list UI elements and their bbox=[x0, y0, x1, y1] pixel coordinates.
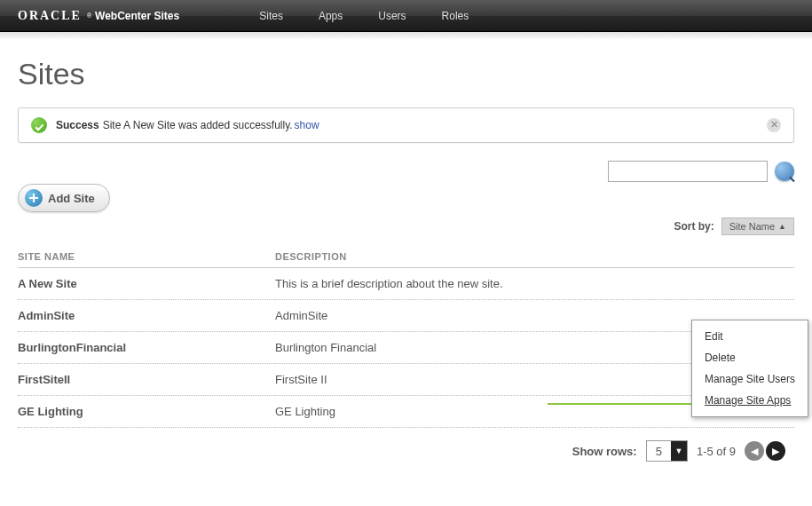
message-text: Site A New Site was added successfully. bbox=[103, 119, 293, 131]
site-name-cell[interactable]: A New Site bbox=[18, 268, 275, 300]
site-name-cell[interactable]: GE Lighting bbox=[18, 396, 275, 428]
top-nav: Sites Apps Users Roles bbox=[259, 10, 469, 22]
table-row[interactable]: A New Site This is a brief description a… bbox=[18, 268, 794, 300]
plus-icon bbox=[25, 189, 43, 207]
table-row[interactable]: FirstSiteII FirstSite II bbox=[18, 364, 794, 396]
message-close-icon[interactable]: ✕ bbox=[767, 118, 781, 132]
menu-manage-users[interactable]: Manage Site Users bbox=[701, 368, 799, 390]
top-bar: ORACLE ® WebCenter Sites Sites Apps User… bbox=[0, 0, 812, 32]
brand-product: WebCenter Sites bbox=[95, 10, 179, 22]
rows-value: 5 bbox=[647, 442, 671, 461]
col-description: DESCRIPTION bbox=[275, 246, 794, 268]
site-name-cell[interactable]: BurlingtonFinancial bbox=[18, 332, 275, 364]
menu-manage-apps[interactable]: Manage Site Apps bbox=[701, 390, 799, 411]
divider-band bbox=[0, 32, 812, 39]
table-row[interactable]: GE Lighting GE Lighting bbox=[18, 396, 794, 428]
search-icon[interactable] bbox=[775, 162, 794, 181]
pager-next-icon[interactable]: ▶ bbox=[766, 441, 785, 461]
site-name-cell[interactable]: FirstSiteII bbox=[18, 364, 275, 396]
table-row[interactable]: BurlingtonFinancial Burlington Financial bbox=[18, 332, 794, 364]
brand-reg: ® bbox=[87, 12, 91, 19]
site-desc-cell: This is a brief description about the ne… bbox=[275, 268, 794, 300]
brand-name: ORACLE bbox=[18, 9, 82, 23]
pager-label: Show rows: bbox=[572, 445, 637, 458]
sort-dropdown[interactable]: Site Name ▲ bbox=[721, 217, 794, 235]
success-message: Success Site A New Site was added succes… bbox=[18, 107, 794, 143]
search-input[interactable] bbox=[608, 161, 768, 182]
add-site-label: Add Site bbox=[48, 192, 95, 205]
rows-select[interactable]: 5 ▼ bbox=[646, 440, 688, 462]
sort-arrow-icon: ▲ bbox=[778, 222, 786, 231]
site-name-cell[interactable]: AdminSite bbox=[18, 300, 275, 332]
pager-range: 1-5 of 9 bbox=[697, 445, 736, 458]
sort-label: Sort by: bbox=[674, 220, 713, 233]
sort-value: Site Name bbox=[729, 221, 775, 232]
message-show-link[interactable]: show bbox=[295, 119, 319, 131]
message-label: Success bbox=[56, 119, 99, 131]
menu-delete[interactable]: Delete bbox=[701, 347, 799, 368]
pager: Show rows: 5 ▼ 1-5 of 9 ◀ ▶ bbox=[18, 428, 794, 462]
context-menu: Edit Delete Manage Site Users Manage Sit… bbox=[691, 320, 808, 417]
nav-roles[interactable]: Roles bbox=[442, 10, 469, 22]
col-site-name: SITE NAME bbox=[18, 246, 275, 268]
table-row[interactable]: AdminSite AdminSite bbox=[18, 300, 794, 332]
annotation-arrow bbox=[548, 403, 703, 405]
nav-sites[interactable]: Sites bbox=[259, 10, 283, 22]
nav-users[interactable]: Users bbox=[378, 10, 406, 22]
chevron-down-icon[interactable]: ▼ bbox=[671, 441, 687, 461]
add-site-button[interactable]: Add Site bbox=[18, 184, 110, 212]
pager-prev-icon: ◀ bbox=[745, 441, 764, 461]
success-check-icon bbox=[31, 117, 47, 133]
nav-apps[interactable]: Apps bbox=[319, 10, 343, 22]
menu-edit[interactable]: Edit bbox=[701, 326, 799, 347]
page-title: Sites bbox=[18, 57, 794, 91]
sites-table: SITE NAME DESCRIPTION A New Site This is… bbox=[18, 246, 794, 428]
